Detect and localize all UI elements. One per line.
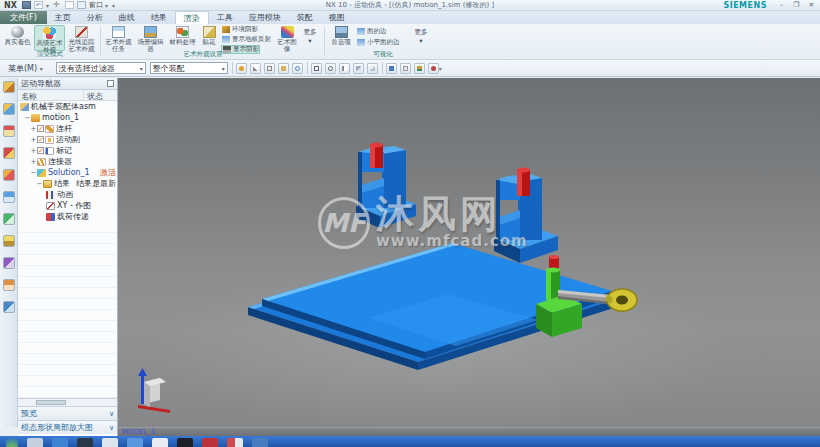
constraint-navigator-icon[interactable] (3, 125, 15, 137)
ray-traced-art-button[interactable]: 光线追踪艺术外观 (66, 25, 97, 51)
shaded-style-icon[interactable] (367, 63, 378, 74)
art-appearance-task-button[interactable]: 艺术外观任务 (103, 25, 134, 51)
assembly-navigator-icon[interactable] (3, 103, 15, 115)
expand-icon[interactable]: + (30, 158, 37, 166)
tree-row-links[interactable]: + ✓ 连杆 (18, 123, 117, 134)
motion-navigator-icon[interactable] (3, 81, 15, 93)
window-menu-label[interactable]: 窗口 (89, 0, 103, 10)
roles-icon[interactable] (3, 279, 15, 291)
tab-analysis[interactable]: 分析 (79, 11, 111, 24)
material-button[interactable]: 材料处理 (167, 25, 198, 51)
column-status[interactable]: 状态 (84, 90, 106, 100)
tab-render-active[interactable]: 渲染 (175, 11, 209, 24)
checkbox-links[interactable]: ✓ (37, 125, 44, 132)
pan-icon[interactable] (339, 63, 350, 74)
select-icon[interactable] (250, 63, 261, 74)
taskbar-icon[interactable] (252, 438, 268, 447)
touch-mode-icon[interactable] (278, 63, 289, 74)
collapse-icon[interactable]: − (30, 169, 37, 177)
rotate-view-icon[interactable] (292, 63, 303, 74)
history-icon[interactable] (3, 235, 15, 247)
decal-button[interactable]: 贴花 (199, 25, 219, 51)
taskbar-icon[interactable] (52, 438, 68, 447)
selection-scope-combo[interactable]: 整个装配 ▾ (150, 62, 228, 74)
floor-reflection-toggle[interactable]: 显示地板反射 (221, 35, 271, 44)
copy-icon[interactable] (65, 1, 74, 9)
snap-point-icon[interactable] (236, 63, 247, 74)
tab-view[interactable]: 视图 (321, 11, 353, 24)
windows-taskbar[interactable] (0, 436, 820, 447)
scene-editor-button[interactable]: 场景编辑器 (135, 25, 166, 51)
part-navigator-icon[interactable] (3, 147, 15, 159)
window-layout-icon[interactable] (386, 63, 397, 74)
taskbar-icon[interactable] (77, 438, 93, 447)
taskbar-icon[interactable] (177, 438, 193, 447)
expand-icon[interactable]: + (30, 136, 37, 144)
expand-icon[interactable]: + (30, 147, 37, 155)
qat-customize-icon[interactable]: ▾ (112, 2, 115, 9)
close-button[interactable]: ✕ (805, 1, 818, 10)
menu-button[interactable]: 菜单(M) ▾ (3, 62, 52, 75)
tab-file[interactable]: 文件(F) (0, 11, 47, 24)
facet-edges-toggle[interactable]: 小平面的边 (356, 38, 400, 47)
tree-row-assembly[interactable]: 机械手装配体asm (18, 101, 117, 112)
perspective-icon[interactable] (353, 63, 364, 74)
tab-assembly[interactable]: 装配 (289, 11, 321, 24)
taskbar-icon[interactable] (202, 438, 218, 447)
taskbar-icon[interactable] (27, 438, 43, 447)
collapse-icon[interactable]: − (24, 114, 31, 122)
selection-filter-combo[interactable]: 没有选择过滤器 ▾ (56, 62, 146, 74)
tree-row-animation[interactable]: 动画 (18, 189, 117, 200)
checkbox-joints[interactable]: ✓ (37, 136, 44, 143)
effects-icon[interactable] (428, 63, 439, 74)
fit-window-icon[interactable] (311, 63, 322, 74)
view-orient-icon[interactable] (400, 63, 411, 74)
toolbar-overflow-icon[interactable]: ▾ (439, 65, 442, 72)
preferences-button[interactable]: 首选项 (328, 25, 354, 51)
graphics-viewport[interactable]: MF 沐风网 www.mfcad.com (118, 78, 820, 427)
tree-row-load-transfer[interactable]: 载荷传递 (18, 211, 117, 222)
art-image-button[interactable]: 艺术图像 (275, 25, 299, 51)
tab-application-modules[interactable]: 应用模块 (241, 11, 289, 24)
background-icon[interactable] (414, 63, 425, 74)
collapse-icon[interactable]: − (36, 180, 43, 188)
tab-home[interactable]: 主页 (47, 11, 79, 24)
process-studio-icon[interactable] (3, 257, 15, 269)
web-browser-icon[interactable] (3, 213, 15, 225)
tree-row-connectors[interactable]: + 连接器 (18, 156, 117, 167)
true-shading-button[interactable]: 真实着色 (2, 25, 33, 51)
checkbox-markers[interactable]: ✓ (37, 147, 44, 154)
face-edges-toggle[interactable]: 面的边 (356, 27, 387, 36)
pin-icon[interactable] (107, 80, 114, 87)
section-mode-shape[interactable]: 模态形状局部放大图 ∨ (18, 420, 117, 434)
expand-icon[interactable]: + (30, 125, 37, 133)
tab-results[interactable]: 结果 (143, 11, 175, 24)
save-icon[interactable] (22, 1, 31, 9)
reuse-library-icon[interactable] (3, 169, 15, 181)
ambient-shadow-toggle[interactable]: 环境阴影 (221, 25, 258, 34)
hd3d-tools-icon[interactable] (3, 191, 15, 203)
minimize-button[interactable]: – (775, 1, 788, 10)
start-button-icon[interactable] (6, 438, 18, 447)
tree-row-motion[interactable]: − motion_1 (18, 112, 117, 123)
tree-row-markers[interactable]: + ✓ 标记 (18, 145, 117, 156)
tree-row-joints[interactable]: + ✓ 运动副 (18, 134, 117, 145)
restore-button[interactable]: ❐ (790, 1, 803, 10)
art-more-button[interactable]: 更多▾ (299, 28, 321, 45)
tree-row-results[interactable]: − 结果 结果是最新 (18, 178, 117, 189)
taskbar-icon[interactable] (227, 438, 243, 447)
scene-navigator-icon[interactable] (3, 301, 15, 313)
taskbar-icon[interactable] (152, 438, 168, 447)
visualization-more-button[interactable]: 更多▾ (410, 28, 432, 45)
tree-row-solution[interactable]: − Solution_1 激活 (18, 167, 117, 178)
tab-curve[interactable]: 曲线 (111, 11, 143, 24)
tab-tools[interactable]: 工具 (209, 11, 241, 24)
add-icon[interactable]: ✛ (53, 1, 62, 9)
undo-icon[interactable]: ↶ (34, 1, 43, 9)
zoom-icon[interactable] (325, 63, 336, 74)
advanced-art-appearance-button[interactable]: 高级艺术外观 (34, 25, 65, 51)
horizontal-scrollbar[interactable] (18, 398, 117, 406)
tree-row-xy-graph[interactable]: XY - 作图 (18, 200, 117, 211)
taskbar-icon[interactable] (102, 438, 118, 447)
section-preview[interactable]: 预览 ∨ (18, 406, 117, 420)
